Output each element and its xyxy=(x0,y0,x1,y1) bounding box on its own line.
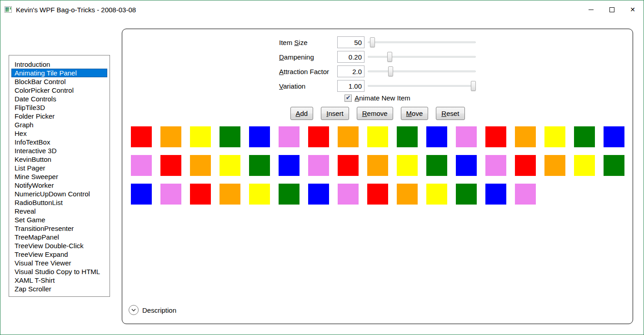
tile-green[interactable] xyxy=(426,155,447,176)
tile-violet[interactable] xyxy=(456,126,477,147)
tile-orange[interactable] xyxy=(544,155,565,176)
sidebar-item[interactable]: ColorPicker Control xyxy=(11,86,107,95)
tile-orange[interactable] xyxy=(338,126,359,147)
tile-yellow[interactable] xyxy=(367,126,388,147)
tile-violet[interactable] xyxy=(515,184,536,205)
slider-thumb[interactable] xyxy=(388,66,393,76)
sidebar-item[interactable]: Visual Tree Viewer xyxy=(11,259,107,267)
tile-blue[interactable] xyxy=(485,184,506,205)
tile-red[interactable] xyxy=(160,155,181,176)
tile-orange[interactable] xyxy=(515,126,536,147)
tile-yellow[interactable] xyxy=(574,155,595,176)
expander-toggle-button[interactable] xyxy=(129,305,139,315)
tile-violet[interactable] xyxy=(131,155,152,176)
reset-button[interactable]: Reset xyxy=(436,107,464,120)
tile-blue[interactable] xyxy=(279,155,300,176)
tile-red[interactable] xyxy=(338,155,359,176)
tile-orange[interactable] xyxy=(160,126,181,147)
close-button[interactable]: ✕ xyxy=(622,0,643,19)
attraction-factor-slider[interactable] xyxy=(368,65,476,77)
tile-yellow[interactable] xyxy=(249,184,270,205)
tile-red[interactable] xyxy=(131,126,152,147)
item-size-input[interactable] xyxy=(337,36,364,48)
sidebar-item[interactable]: Set Game xyxy=(11,215,107,224)
sidebar-item[interactable]: Hex xyxy=(11,129,107,138)
remove-button[interactable]: Remove xyxy=(357,107,393,120)
sidebar-item[interactable]: TreeMapPanel xyxy=(11,233,107,241)
tile-orange[interactable] xyxy=(367,155,388,176)
sidebar-item[interactable]: Reveal xyxy=(11,207,107,215)
maximize-button[interactable] xyxy=(601,0,622,19)
tile-yellow[interactable] xyxy=(397,155,418,176)
tile-blue[interactable] xyxy=(308,184,329,205)
sidebar-item[interactable]: RadioButtonList xyxy=(11,198,107,207)
tile-yellow[interactable] xyxy=(426,184,447,205)
sidebar-item[interactable]: Mine Sweeper xyxy=(11,172,107,181)
sidebar-item[interactable]: NotifyWorker xyxy=(11,181,107,190)
tile-red[interactable] xyxy=(190,184,211,205)
tile-green[interactable] xyxy=(604,155,624,176)
tile-green[interactable] xyxy=(397,126,418,147)
sidebar-item[interactable]: List Pager xyxy=(11,164,107,172)
animate-new-item-checkbox[interactable]: ✔ xyxy=(344,95,352,102)
sidebar-item[interactable]: XAML T-Shirt xyxy=(11,276,107,285)
sidebar-item[interactable]: TransitionPresenter xyxy=(11,224,107,233)
attraction-factor-input[interactable] xyxy=(337,65,364,77)
tile-violet[interactable] xyxy=(308,155,329,176)
tile-blue[interactable] xyxy=(249,126,270,147)
tile-orange[interactable] xyxy=(220,184,240,205)
description-expander[interactable]: Description xyxy=(129,305,176,315)
sidebar-item[interactable]: NumericUpDown Control xyxy=(11,190,107,198)
sidebar-item[interactable]: FlipTile3D xyxy=(11,103,107,112)
slider-thumb[interactable] xyxy=(387,52,392,62)
tile-green[interactable] xyxy=(279,184,300,205)
sidebar-item[interactable]: Zap Scroller xyxy=(11,285,107,293)
dampening-slider[interactable] xyxy=(368,51,476,63)
insert-button[interactable]: Insert xyxy=(321,107,349,120)
sidebar-item[interactable]: Visual Studio Copy to HTML xyxy=(11,267,107,276)
sidebar-item[interactable]: Folder Picker xyxy=(11,112,107,120)
tile-violet[interactable] xyxy=(279,126,300,147)
tile-blue[interactable] xyxy=(604,126,624,147)
minimize-button[interactable] xyxy=(580,0,601,19)
tile-violet[interactable] xyxy=(485,155,506,176)
tile-yellow[interactable] xyxy=(544,126,565,147)
animate-new-item-label[interactable]: Animate New Item xyxy=(354,94,410,102)
tile-yellow[interactable] xyxy=(190,126,211,147)
move-button[interactable]: Move xyxy=(401,107,429,120)
tile-red[interactable] xyxy=(367,184,388,205)
tile-blue[interactable] xyxy=(426,126,447,147)
sidebar-item[interactable]: BlockBar Control xyxy=(11,77,107,86)
tile-green[interactable] xyxy=(574,126,595,147)
item-size-slider[interactable] xyxy=(368,36,476,48)
tile-yellow[interactable] xyxy=(220,155,240,176)
slider-thumb[interactable] xyxy=(370,37,375,47)
tile-orange[interactable] xyxy=(397,184,418,205)
slider-thumb[interactable] xyxy=(471,81,476,91)
sidebar-list[interactable]: IntroductionAnimating Tile PanelBlockBar… xyxy=(9,55,110,297)
sidebar-item[interactable]: TreeView Double-Click xyxy=(11,241,107,250)
tile-red[interactable] xyxy=(515,155,536,176)
tile-green[interactable] xyxy=(456,184,477,205)
tile-green[interactable] xyxy=(220,126,240,147)
sidebar-item[interactable]: Introduction xyxy=(11,60,107,69)
tile-violet[interactable] xyxy=(338,184,359,205)
tile-orange[interactable] xyxy=(190,155,211,176)
tile-violet[interactable] xyxy=(160,184,181,205)
tile-blue[interactable] xyxy=(456,155,477,176)
tile-blue[interactable] xyxy=(131,184,152,205)
tile-red[interactable] xyxy=(485,126,506,147)
sidebar-item[interactable]: Interactive 3D xyxy=(11,146,107,155)
tile-green[interactable] xyxy=(249,155,270,176)
sidebar-item[interactable]: Graph xyxy=(11,120,107,129)
sidebar-item[interactable]: TreeView Expand xyxy=(11,250,107,259)
tile-red[interactable] xyxy=(308,126,329,147)
sidebar-item[interactable]: Animating Tile Panel xyxy=(11,69,107,77)
sidebar-item[interactable]: KevinButton xyxy=(11,155,107,164)
sidebar-item[interactable]: Date Controls xyxy=(11,95,107,103)
variation-input[interactable] xyxy=(337,80,364,92)
add-button[interactable]: Add xyxy=(290,107,314,120)
sidebar-item[interactable]: InfoTextBox xyxy=(11,138,107,146)
dampening-input[interactable] xyxy=(337,51,364,63)
variation-slider[interactable] xyxy=(368,80,476,92)
